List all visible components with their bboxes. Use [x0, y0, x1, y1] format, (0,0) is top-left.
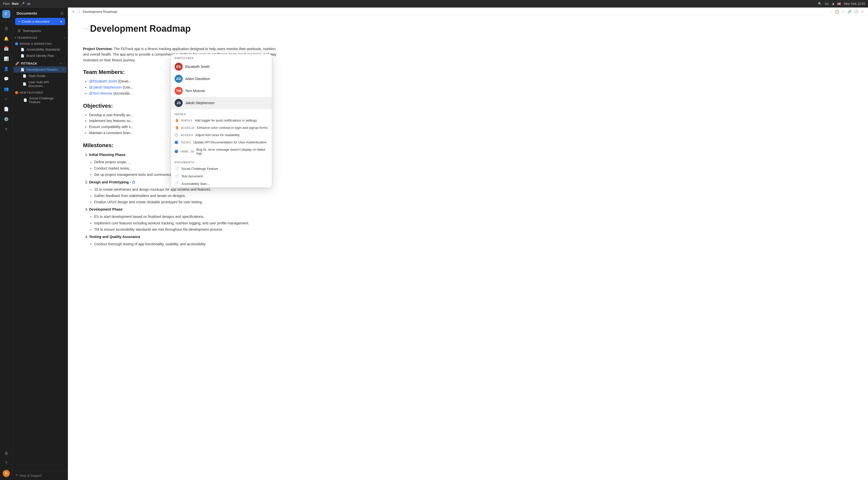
create-button-label: Create a document: [22, 20, 50, 23]
doc-icon-style: 📄: [23, 74, 26, 78]
doc-icon-social: 📄: [23, 98, 27, 102]
doc-star-icon[interactable]: ☆: [842, 9, 845, 13]
accessibility-label: Accessibility Standards: [26, 47, 60, 51]
nav-layers-icon[interactable]: ≡: [2, 125, 10, 133]
popup-doc-icon-test: 📄: [175, 174, 179, 178]
doc-close-icon[interactable]: ✕: [72, 10, 75, 13]
nav-docs-icon[interactable]: 📄: [2, 105, 10, 113]
employee-name-jakob: Jakob Stephenson: [185, 101, 214, 105]
popup-employee-terri[interactable]: TM Terri Monroe: [171, 85, 272, 97]
milestone-3-task-2: Implement core features including workou…: [94, 220, 279, 226]
topbar-mic-icon[interactable]: 🎤: [21, 2, 25, 5]
avatar-jakob: JS: [175, 99, 183, 107]
brand-marketing-section: BRAND & MARKETING 📄 Accessibility Standa…: [12, 41, 68, 59]
issue-text-tech5: Update API Documentation for User Authen…: [193, 140, 267, 144]
user-auth-label: User Auth API Documen...: [28, 80, 64, 88]
popup-issue-acces9[interactable]: ACCES-9 Adjust font sizes for readabilit…: [171, 131, 272, 139]
popup-issue-featu3[interactable]: FEATU-3 Add toggle for push notification…: [171, 117, 272, 124]
milestone-4: Testing and Quality Assurance Conduct th…: [89, 234, 279, 247]
mention-terri[interactable]: @Terri Monroe: [89, 91, 113, 95]
help-support-label[interactable]: Help & Support: [20, 474, 42, 478]
brand-identity-label: Brand Identity Plan: [26, 54, 54, 58]
sidebar-item-accessibility[interactable]: 📄 Accessibility Standards: [13, 46, 67, 53]
fittrack-add-icon[interactable]: +: [60, 62, 62, 65]
nav-group-icon[interactable]: 👥: [2, 85, 10, 93]
nav-check-icon[interactable]: ✓: [2, 95, 10, 103]
doc-collapse-icon[interactable]: —: [83, 25, 88, 31]
popup-doc-social[interactable]: 📄 Social Challenge Feature: [171, 165, 272, 172]
doc-expand-icon[interactable]: ⤢: [861, 9, 864, 13]
popup-doc-accessibility[interactable]: 📄 Accessibility Stan...: [171, 180, 272, 187]
nav-sliders-icon[interactable]: ⚙: [2, 449, 10, 457]
fittrack-label: FITTRACK: [21, 62, 37, 65]
icon-bar: F ☰ 🔔 📅 📊 👤 💬 👥 ✓ 📄 ⚙️ ≡ ⚙ ? U: [0, 7, 12, 480]
teamspaces-toggle[interactable]: ▾ TEAMSPACES +: [12, 35, 68, 40]
topbar-location-time: New York 12:54: [844, 2, 865, 5]
avatar-terri: TM: [175, 87, 183, 95]
nav-chart-icon[interactable]: 📊: [2, 55, 10, 63]
employee-name-adam: Adam Davidson: [185, 77, 210, 81]
nav-chat-icon[interactable]: 💬: [2, 75, 10, 83]
brand-dot: [15, 42, 18, 45]
mention-at[interactable]: @: [132, 180, 135, 184]
nav-star-icon[interactable]: ⚙️: [2, 115, 10, 123]
mention-jakob[interactable]: @Jakob Stephenson: [89, 85, 122, 89]
teamspaces-add-icon[interactable]: +: [64, 36, 66, 39]
popup-employees-label: EMPLOYEES: [171, 54, 272, 61]
sidebar-item-user-auth[interactable]: 📄 User Auth API Documen...: [13, 79, 67, 89]
popup-doc-name-test: Test document: [181, 174, 203, 178]
popup-doc-icon-accessibility: 📄: [175, 182, 179, 186]
nav-calendar-icon[interactable]: 📅: [2, 44, 10, 53]
nav-menu-icon[interactable]: ☰: [2, 24, 10, 32]
teamspaces-chevron: ▾: [14, 36, 16, 39]
sidebar-item-dev-roadmap[interactable]: 📄 Development Roadm... ›: [13, 66, 67, 73]
popup-employee-adam[interactable]: AD Adam Davidson: [171, 73, 272, 85]
sidebar-item-style-guide[interactable]: 📄 Style Guide: [13, 73, 67, 79]
popup-divider-1: [171, 109, 272, 110]
doc-history-icon[interactable]: 🕐: [854, 9, 859, 13]
doc-copy-icon[interactable]: 📋: [835, 9, 839, 13]
teamspaces-list-icon: ☰: [18, 29, 21, 33]
nav-help-icon[interactable]: ?: [2, 459, 10, 468]
dev-roadmap-chevron: ›: [63, 68, 64, 71]
popup-doc-test[interactable]: 📄 Test document: [171, 172, 272, 180]
social-chevron: ›: [21, 99, 21, 101]
issue-badge-acces10: ACCES-10: [181, 126, 194, 129]
issue-text-featu3: Add toggle for push notifications in set…: [195, 119, 257, 122]
nav-avatar-icon[interactable]: U: [2, 470, 10, 478]
topbar-cam-icon[interactable]: 📹: [27, 2, 30, 5]
nav-user-icon[interactable]: 👤: [2, 65, 10, 73]
sidebar-teamspaces-link[interactable]: ☰ Teamspaces: [13, 28, 67, 34]
milestone-2-label: Design and Prototyping - @: [89, 180, 135, 184]
sidebar-menu-icon[interactable]: ☰: [60, 11, 64, 15]
topbar-aa-icon[interactable]: Aa: [825, 2, 829, 5]
mention-elizabeth[interactable]: @Elizabeth Smith: [89, 79, 117, 83]
fittrack-more-icon[interactable]: ···: [63, 62, 65, 65]
new-features-section: NEW FEATURES › 📄 Social Challenge Featur…: [12, 90, 68, 105]
sidebar-item-brand-identity[interactable]: 📄 Brand Identity Plan: [13, 53, 67, 59]
brand-marketing-label: BRAND & MARKETING: [20, 42, 52, 45]
nav-bell-icon[interactable]: 🔔: [2, 34, 10, 42]
create-chevron-icon: ▾: [60, 20, 62, 23]
avatar-elizabeth: ES: [175, 63, 183, 71]
issue-dot-featu3: [175, 119, 178, 122]
milestone-3-task-1: ES to start development based on finaliz…: [94, 214, 279, 220]
doc-link-icon[interactable]: 🔗: [847, 9, 851, 13]
doc-icon-brand: 📄: [21, 54, 24, 58]
popup-employee-jakob[interactable]: JS Jakob Stephenson: [171, 97, 272, 109]
employee-name-elizabeth: Elizabeth Smith: [185, 65, 210, 69]
popup-issue-acces10[interactable]: ACCES-10 Enhance color contrast in login…: [171, 124, 272, 131]
doc-more-icon[interactable]: ···: [829, 9, 832, 13]
popup-employee-elizabeth[interactable]: ES Elizabeth Smith: [171, 61, 272, 73]
issue-badge-acces9: ACCES-9: [181, 134, 193, 137]
popup-issue-user16[interactable]: USER_-16 Bug fix: error message doesn't …: [171, 146, 272, 157]
app-logo[interactable]: F: [2, 10, 10, 18]
brand-marketing-header[interactable]: BRAND & MARKETING: [12, 41, 68, 46]
style-guide-label: Style Guide: [28, 74, 45, 78]
popup-issue-tech5[interactable]: TECH-5 Update API Documentation for User…: [171, 139, 272, 146]
topbar-search-icon[interactable]: 🔍: [818, 2, 822, 5]
create-document-button[interactable]: + Create a document ▾: [15, 18, 65, 25]
new-features-header[interactable]: NEW FEATURES: [12, 90, 68, 95]
sidebar-item-social-challenge[interactable]: › 📄 Social Challenge Feature: [13, 95, 67, 105]
topbar-theme-icon[interactable]: ◑: [832, 2, 834, 5]
